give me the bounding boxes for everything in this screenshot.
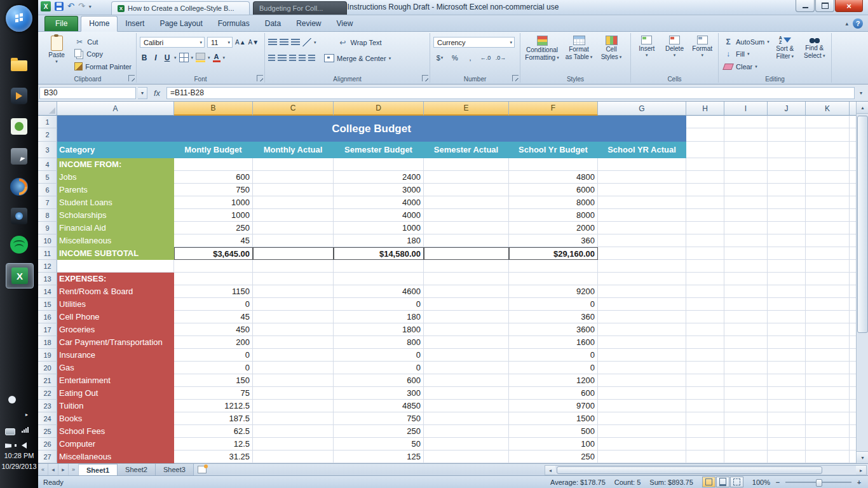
row-header-25[interactable]: 25 [38,425,57,438]
cell-G23[interactable] [598,400,686,412]
row-header-4[interactable]: 4 [38,158,57,171]
cell-E16[interactable] [424,311,509,323]
cell-E21[interactable] [424,374,509,387]
network-tray-icon[interactable] [22,427,29,433]
cell-E10[interactable] [424,234,509,247]
cell-K16[interactable] [806,311,850,323]
cell-I23[interactable] [724,400,768,412]
cell-F23[interactable]: 9700 [509,400,598,412]
cell-E8[interactable] [424,209,509,222]
cell-J1[interactable] [768,116,806,128]
cell-styles-button[interactable]: Cell Styles▾ [597,34,625,74]
zoom-slider-thumb[interactable] [816,479,822,487]
cell-H16[interactable] [686,311,724,323]
cell-J11[interactable] [768,247,806,260]
cell-K4[interactable] [806,158,850,171]
row-header-14[interactable]: 14 [38,285,57,298]
cell-A10[interactable]: Miscellaneous [57,234,174,247]
row-header-22[interactable]: 22 [38,387,57,400]
cell-J7[interactable] [768,196,806,209]
number-format-combo[interactable]: Currency▾ [433,37,515,48]
cell-J16[interactable] [768,311,806,323]
cell-I12[interactable] [724,260,768,273]
insert-cells-button[interactable]: Insert ▾ [634,34,660,74]
cell-B8[interactable]: 1000 [174,209,253,222]
row-header-17[interactable]: 17 [38,323,57,336]
wrap-text-button[interactable]: Wrap Text [351,37,382,48]
row-header-5[interactable]: 5 [38,171,57,184]
row-header-12[interactable]: 12 [38,260,57,273]
cell-C19[interactable] [253,349,334,362]
accounting-format-button[interactable]: $▾ [433,53,446,63]
cell-B16[interactable]: 45 [174,311,253,323]
tab-formulas[interactable]: Formulas [210,17,257,31]
cell-D16[interactable]: 180 [334,311,424,323]
cell-E22[interactable] [424,387,509,400]
cell-I22[interactable] [724,387,768,400]
row-header-7[interactable]: 7 [38,196,57,209]
cell-F9[interactable]: 2000 [509,222,598,234]
cell-G12[interactable] [598,260,686,273]
align-left-button[interactable] [268,55,275,62]
cell-E27[interactable] [424,451,509,463]
cell-C17[interactable] [253,323,334,336]
cell-G7[interactable] [598,196,686,209]
vertical-scrollbar[interactable]: ▴ ▾ [856,102,868,463]
cell-J17[interactable] [768,323,806,336]
sheet-tab-sheet2[interactable]: Sheet2 [118,464,156,475]
column-header-D[interactable]: D [334,102,424,116]
cell-E7[interactable] [424,196,509,209]
cell-A27[interactable]: Miscellaneous [57,451,174,463]
cell-D24[interactable]: 750 [334,412,424,425]
cell-C24[interactable] [253,412,334,425]
shrink-font-icon[interactable]: A▼ [248,39,259,46]
cell-K6[interactable] [806,184,850,196]
cell-K25[interactable] [806,425,850,438]
firefox-taskbar-button[interactable] [6,175,32,199]
alignment-dialog-launcher[interactable] [422,75,428,81]
cell-J25[interactable] [768,425,806,438]
cell-H5[interactable] [686,171,724,184]
clear-button[interactable]: Clear▾ [722,61,769,72]
cell-A23[interactable]: Tuition [57,400,174,412]
cell-H20[interactable] [686,362,724,374]
number-dialog-launcher[interactable] [512,75,519,81]
cell-D8[interactable]: 4000 [334,209,424,222]
close-button[interactable]: × [835,0,863,12]
cell-H13[interactable] [686,273,724,285]
cell-A18[interactable]: Car Payment/Transportation [57,336,174,349]
cell-B13[interactable] [174,273,253,285]
cell-E12[interactable] [424,260,509,273]
cell-I19[interactable] [724,349,768,362]
cell-H27[interactable] [686,451,724,463]
column-header-G[interactable]: G [598,102,686,116]
cell-H3[interactable] [686,142,724,158]
cell-G15[interactable] [598,298,686,311]
cell-I7[interactable] [724,196,768,209]
cell-A12[interactable] [57,260,174,273]
cell-I11[interactable] [724,247,768,260]
cell-E15[interactable] [424,298,509,311]
font-dialog-launcher[interactable] [257,75,263,81]
sheet-tab-sheet1[interactable]: Sheet1 [79,464,118,475]
pinned-app-blue-button[interactable] [6,204,32,228]
cell-C27[interactable] [253,451,334,463]
cell-D11[interactable]: $14,580.00 [334,247,424,260]
cell-D5[interactable]: 2400 [334,171,424,184]
cell-A24[interactable]: Books [57,412,174,425]
row-header-16[interactable]: 16 [38,311,57,323]
cell-C26[interactable] [253,438,334,451]
cell-E9[interactable] [424,222,509,234]
cell-J2[interactable] [768,128,806,142]
last-sheet-button[interactable]: » [69,464,79,475]
normal-view-button[interactable] [702,477,715,487]
copy-button[interactable]: Copy [73,49,133,60]
cell-I14[interactable] [724,285,768,298]
row-header-2[interactable]: 2 [38,128,57,142]
row-header-3[interactable]: 3 [38,142,57,158]
column-header-K[interactable]: K [806,102,850,116]
cell-B26[interactable]: 12.5 [174,438,253,451]
cell-H10[interactable] [686,234,724,247]
cell-K2[interactable] [806,128,850,142]
cell-F19[interactable]: 0 [509,349,598,362]
